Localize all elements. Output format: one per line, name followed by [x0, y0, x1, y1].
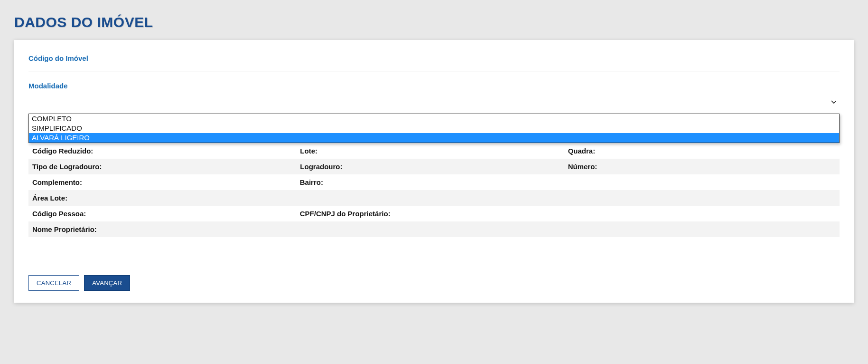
modalidade-label: Modalidade	[28, 82, 840, 90]
field-nome-proprietario: Nome Proprietário:	[32, 225, 836, 233]
page-title: DADOS DO IMÓVEL	[14, 14, 854, 30]
field-quadra: Quadra:	[568, 147, 836, 155]
field-tipo-logradouro: Tipo de Logradouro:	[32, 163, 300, 171]
field-cpf-cnpj: CPF/CNPJ do Proprietário:	[300, 210, 836, 218]
modalidade-dropdown-list: COMPLETO SIMPLIFICADO ALVARÁ LIGEIRO	[28, 114, 840, 143]
row-logradouro: Tipo de Logradouro: Logradouro: Número:	[28, 159, 840, 174]
field-numero: Número:	[568, 163, 836, 171]
field-codigo-pessoa: Código Pessoa:	[32, 210, 300, 218]
next-button[interactable]: AVANÇAR	[84, 275, 130, 291]
form-card: Código do Imóvel Modalidade COMPLETO SIM…	[14, 40, 854, 303]
field-codigo-reduzido: Código Reduzido:	[32, 147, 300, 155]
modalidade-option-simplificado[interactable]: SIMPLIFICADO	[29, 124, 839, 133]
modalidade-option-completo[interactable]: COMPLETO	[29, 114, 839, 124]
field-complemento: Complemento:	[32, 178, 300, 186]
property-data-block: Código Reduzido: Lote: Quadra: Tipo de L…	[28, 143, 840, 237]
codigo-imovel-label: Código do Imóvel	[28, 54, 840, 62]
field-area-lote: Área Lote:	[32, 194, 836, 202]
field-bairro: Bairro:	[300, 178, 836, 186]
cancel-button[interactable]: CANCELAR	[28, 275, 79, 291]
row-complemento-bairro: Complemento: Bairro:	[28, 174, 840, 190]
row-area-lote: Área Lote:	[28, 190, 840, 206]
field-lote: Lote:	[300, 147, 568, 155]
button-row: CANCELAR AVANÇAR	[28, 275, 840, 291]
row-nome-proprietario: Nome Proprietário:	[28, 221, 840, 237]
row-pessoa-cpf: Código Pessoa: CPF/CNPJ do Proprietário:	[28, 206, 840, 221]
modalidade-select[interactable]: COMPLETO SIMPLIFICADO ALVARÁ LIGEIRO	[28, 98, 840, 143]
modalidade-option-alvara-ligeiro[interactable]: ALVARÁ LIGEIRO	[29, 133, 839, 143]
field-logradouro: Logradouro:	[300, 163, 568, 171]
row-codigo-lote-quadra: Código Reduzido: Lote: Quadra:	[28, 143, 840, 159]
divider	[28, 71, 840, 71]
